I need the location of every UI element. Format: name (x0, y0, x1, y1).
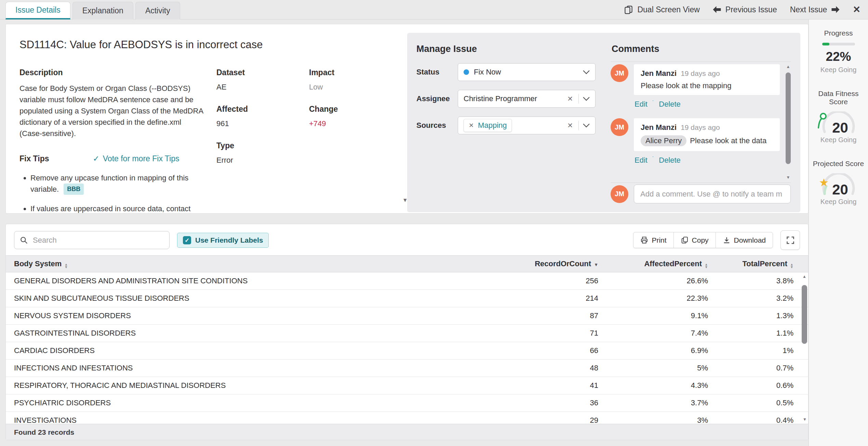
check-icon: ✓ (93, 154, 99, 163)
cell-body-system: NERVOUS SYSTEM DISORDERS (6, 311, 407, 320)
column-label: AffectedPercent (644, 259, 702, 268)
copy-label: Copy (692, 236, 709, 244)
table-row[interactable]: GENERAL DISORDERS AND ADMINISTRATION SIT… (6, 272, 809, 290)
progress-bar (822, 43, 855, 45)
score-sidebar: Progress 22% Keep Going Data Fitness Sco… (809, 19, 868, 446)
vote-fix-tips-label: Vote for more Fix Tips (103, 154, 179, 163)
search-input[interactable] (32, 235, 164, 245)
tab-issue-details[interactable]: Issue Details (5, 2, 70, 19)
column-header-body-system[interactable]: Body System▲▼ (6, 259, 407, 269)
source-tag-mapping[interactable]: ✕ Mapping (464, 119, 512, 132)
arrow-right-icon (831, 6, 840, 13)
table-row[interactable]: SKIN AND SUBCUTANEOUS TISSUE DISORDERS 2… (6, 290, 809, 307)
copy-button[interactable]: Copy (673, 232, 716, 248)
tab-explanation[interactable]: Explanation (72, 2, 133, 19)
table-row[interactable]: PSYCHIATRIC DISORDERS 36 3.7% 0.5% (6, 394, 809, 412)
fullscreen-button[interactable] (780, 230, 800, 250)
tab-bar: Issue Details Explanation Activity (5, 2, 180, 19)
print-icon (640, 236, 648, 244)
table-row[interactable]: NERVOUS SYSTEM DISORDERS 87 9.1% 1.3% (6, 307, 809, 325)
edit-comment-link[interactable]: Edit (635, 100, 647, 109)
scroll-down-icon[interactable]: ▼ (802, 417, 807, 422)
scroll-up-icon[interactable]: ▲ (802, 274, 807, 279)
column-label: TotalPercent (742, 259, 787, 268)
table-row[interactable]: INFECTIONS AND INFESTATIONS 48 5% 0.7% (6, 360, 809, 377)
sort-icon: ▲▼ (64, 263, 68, 269)
remove-tag-icon[interactable]: ✕ (469, 122, 474, 129)
cell-total-percent: 0.7% (708, 364, 809, 373)
header-actions: Dual Screen View Previous Issue Next Iss… (624, 0, 860, 19)
table-row[interactable]: RESPIRATORY, THORACIC AND MEDIASTINAL DI… (6, 377, 809, 394)
column-header-record-or-count[interactable]: RecordOrCount▼ (407, 259, 598, 268)
use-friendly-labels-toggle[interactable]: ✓ Use Friendly Labels (177, 233, 269, 248)
chevron-down-icon (583, 70, 590, 74)
sources-select[interactable]: ✕ Mapping ✕ (458, 117, 596, 134)
scroll-up-icon[interactable]: ▲ (786, 64, 791, 69)
add-comment-input[interactable] (634, 185, 791, 203)
table-scrollbar[interactable]: ▲ ▼ (802, 274, 807, 422)
sort-icon: ▲▼ (705, 263, 708, 269)
issue-summary-section: SD1114C: Value for AEBODSYS is in incorr… (6, 24, 407, 214)
status-select[interactable]: Fix Now (458, 63, 596, 81)
cell-total-percent: 0.5% (708, 398, 809, 407)
column-header-affected-percent[interactable]: AffectedPercent▲▼ (598, 259, 708, 269)
tab-activity[interactable]: Activity (135, 2, 180, 19)
close-icon[interactable]: ✕ (853, 4, 860, 15)
projected-caption: Keep Going (809, 198, 868, 206)
comment-text: Please look at the data (690, 136, 766, 145)
edit-comment-link[interactable]: Edit (635, 156, 647, 165)
table-row[interactable]: CARDIAC DISORDERS 66 6.9% 1% (6, 342, 809, 360)
fix-tip-item: If values are uppercased in source data,… (30, 203, 195, 214)
search-icon (20, 236, 28, 244)
print-button[interactable]: Print (633, 232, 673, 248)
type-value: Error (216, 156, 309, 165)
checkbox-checked-icon[interactable]: ✓ (183, 236, 191, 244)
comment-author: Jen Manzi (641, 69, 677, 78)
scrollbar-thumb[interactable] (802, 285, 807, 344)
next-issue-button[interactable]: Next Issue (790, 5, 840, 14)
vote-fix-tips-link[interactable]: ✓ Vote for more Fix Tips (93, 154, 179, 163)
comment-avatar: JM (611, 118, 628, 136)
table-actions: Print Copy Download (633, 230, 800, 250)
cell-total-percent: 1.1% (708, 329, 809, 338)
search-box (14, 231, 170, 249)
fullscreen-icon (786, 236, 795, 245)
arrow-left-icon (713, 6, 721, 13)
cell-body-system: PSYCHIATRIC DISORDERS (6, 398, 407, 407)
progress-fill (822, 43, 829, 45)
table-row[interactable]: GASTROINTESTINAL DISORDERS 71 7.4% 1.1% (6, 325, 809, 342)
dual-screen-label: Dual Screen View (637, 5, 699, 14)
chevron-down-icon (583, 97, 590, 101)
current-user-avatar: JM (611, 185, 628, 203)
source-tag-label: Mapping (478, 121, 507, 130)
comment-bubble: Jen Manzi19 days ago Alice PerryPlease l… (634, 118, 780, 151)
cell-affected-percent: 9.1% (598, 311, 708, 320)
clear-assignee-icon[interactable]: ✕ (566, 95, 574, 103)
next-issue-label: Next Issue (790, 5, 827, 14)
description-column: Description Case for Body System or Orga… (19, 68, 216, 214)
table-row[interactable]: INVESTIGATIONS 29 3% 0.4% (6, 412, 809, 424)
dual-screen-view-button[interactable]: Dual Screen View (624, 5, 699, 14)
column-header-total-percent[interactable]: TotalPercent▲▼ (708, 259, 809, 269)
scroll-down-icon[interactable]: ▼ (786, 175, 791, 180)
fields-column-1: Dataset AE Affected 961 Type Error (216, 68, 309, 214)
status-value: Fix Now (474, 68, 501, 77)
delete-comment-link[interactable]: Delete (659, 156, 681, 165)
table-body: GENERAL DISORDERS AND ADMINISTRATION SIT… (6, 272, 809, 424)
clear-sources-icon[interactable]: ✕ (566, 121, 574, 130)
cell-total-percent: 0.6% (708, 381, 809, 390)
change-label: Change (309, 105, 407, 114)
scrollbar-thumb[interactable] (786, 72, 791, 164)
cell-record-or-count: 41 (407, 381, 598, 390)
cell-affected-percent: 3% (598, 416, 708, 424)
fix-tips-list: Remove any upcase function in mapping of… (19, 172, 216, 214)
comment-timestamp: 19 days ago (681, 123, 720, 131)
cell-affected-percent: 4.3% (598, 381, 708, 390)
dual-screen-icon (624, 5, 633, 14)
previous-issue-button[interactable]: Previous Issue (713, 5, 777, 14)
download-button[interactable]: Download (716, 232, 773, 248)
delete-comment-link[interactable]: Delete (659, 100, 681, 109)
comments-scrollbar[interactable]: ▲ ▼ (786, 64, 791, 180)
assignee-select[interactable]: Christine Programmer ✕ (458, 90, 596, 108)
cell-affected-percent: 26.6% (598, 276, 708, 285)
